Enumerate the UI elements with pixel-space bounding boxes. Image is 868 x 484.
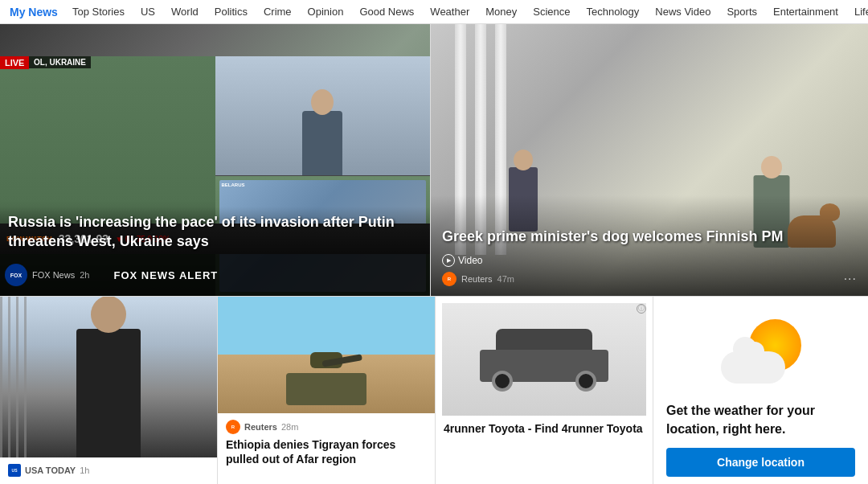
card2-reuters-logo: R — [226, 420, 240, 434]
fox-source-name: FOX News — [32, 270, 75, 280]
card2-title: Ethiopia denies Tigrayan forces pulled o… — [218, 437, 435, 473]
fox-logo-text: FOX — [10, 273, 22, 278]
ukraine-location-badge: OL, UKRAINE — [29, 56, 91, 68]
fox-logo: FOX — [5, 264, 27, 286]
story-background-left: BELARUS DOW WATCH 33,301.93 ▼ 61.75 0.19… — [0, 24, 430, 296]
fox-source-time: 2h — [80, 270, 89, 280]
cell-person-head — [91, 297, 126, 333]
card2-time: 28m — [281, 422, 298, 432]
bottom-row: US USA TODAY 1h R Reuters 28m Ethi — [0, 297, 868, 484]
weather-card: Get the weather for your location, right… — [653, 297, 868, 484]
nav-item-news-video[interactable]: News Video — [647, 0, 719, 23]
story-meta-right: R Reuters 47m — [442, 272, 857, 286]
usatoday-logo-text: US — [12, 468, 18, 473]
car-wheel-left — [492, 371, 513, 392]
pm2-head — [761, 156, 782, 178]
card1-meta: US USA TODAY 1h — [0, 457, 217, 480]
navigation-bar: My News Top Stories US World Politics Cr… — [0, 0, 868, 24]
featured-story-right[interactable]: Greek prime minister's dog welcomes Finn… — [431, 24, 868, 296]
map-label: BELARUS — [222, 183, 245, 187]
car-image-area — [442, 303, 646, 416]
card1-image — [0, 297, 217, 457]
car-wheel-right — [575, 371, 596, 392]
nav-item-crime[interactable]: Crime — [256, 0, 300, 23]
nav-item-world[interactable]: World — [163, 0, 207, 23]
nav-item-sports[interactable]: Sports — [719, 0, 765, 23]
story-background-right: Greek prime minister's dog welcomes Finn… — [431, 24, 868, 296]
usatoday-logo: US — [8, 464, 21, 477]
card1-time: 1h — [80, 466, 89, 475]
card2-meta: R Reuters 28m — [218, 413, 435, 437]
cell-person-body — [76, 329, 141, 457]
cell-bars — [0, 297, 32, 457]
ad-card: ⓘ 4runner Toyota - Find 4runner Toyota — [436, 297, 653, 484]
nav-item-top-stories[interactable]: Top Stories — [64, 0, 133, 23]
card2-image — [218, 297, 435, 413]
reuters-logo: R — [442, 272, 457, 286]
cloud-shape — [721, 351, 785, 384]
panel-anchor — [215, 56, 431, 176]
live-badge: LIVE — [0, 56, 29, 69]
top-stories-row: BELARUS DOW WATCH 33,301.93 ▼ 61.75 0.19… — [0, 24, 868, 297]
bottom-card-1[interactable]: US USA TODAY 1h — [0, 297, 217, 484]
anchor-head — [311, 89, 334, 115]
anchor-body — [302, 111, 342, 175]
story-source-left: FOX News 2h — [32, 270, 89, 280]
ad-badge: ⓘ — [637, 303, 646, 314]
ad-title: 4runner Toyota - Find 4runner Toyota — [442, 422, 646, 438]
nav-items-list: Top Stories US World Politics Crime Opin… — [64, 0, 868, 23]
tank-body — [286, 373, 366, 405]
brand-logo[interactable]: My News — [3, 6, 64, 18]
card2-reuters-text: R — [231, 425, 235, 429]
card2-source: Reuters — [244, 422, 277, 432]
reuters-time: 47m — [497, 274, 514, 284]
ad-info-icon: ⓘ — [637, 304, 646, 314]
story-title-left: Russia is 'increasing the pace' of its i… — [0, 207, 430, 254]
reuters-source-name: Reuters — [461, 274, 493, 284]
nav-item-opinion[interactable]: Opinion — [300, 0, 352, 23]
partly-cloudy-icon — [721, 319, 801, 384]
nav-item-science[interactable]: Science — [525, 0, 578, 23]
fox-alert-text: FOX NEWS ALERT — [113, 269, 218, 281]
featured-story-left[interactable]: BELARUS DOW WATCH 33,301.93 ▼ 61.75 0.19… — [0, 24, 430, 296]
nav-item-money[interactable]: Money — [477, 0, 525, 23]
story-title-right: Greek prime minister's dog welcomes Finn… — [442, 228, 857, 246]
bottom-card-ad[interactable]: ⓘ 4runner Toyota - Find 4runner Toyota — [436, 297, 653, 484]
nav-item-politics[interactable]: Politics — [207, 0, 256, 23]
nav-item-good-news[interactable]: Good News — [351, 0, 422, 23]
play-icon — [442, 254, 455, 267]
fox-alert-bar: FOX FOX News 2h FOX NEWS ALERT — [0, 254, 430, 296]
bottom-card-2[interactable]: R Reuters 28m Ethiopia denies Tigrayan f… — [218, 297, 435, 484]
video-label: Video — [458, 255, 482, 266]
more-options-right[interactable]: ··· — [844, 272, 857, 286]
change-location-button[interactable]: Change location — [666, 448, 855, 477]
video-badge: Video — [442, 254, 482, 267]
nav-item-us[interactable]: US — [133, 0, 163, 23]
story-overlay-right: Greek prime minister's dog welcomes Finn… — [431, 195, 868, 296]
pm1-head — [514, 150, 533, 170]
nav-item-technology[interactable]: Technology — [579, 0, 648, 23]
nav-item-lifestyle[interactable]: Lifestyle — [846, 0, 868, 23]
weather-description: Get the weather for your location, right… — [666, 402, 855, 438]
card1-source: USA TODAY — [25, 466, 76, 475]
reuters-logo-text: R — [448, 277, 451, 281]
nav-item-entertainment[interactable]: Entertainment — [765, 0, 846, 23]
weather-icon-area — [666, 310, 855, 392]
main-content: BELARUS DOW WATCH 33,301.93 ▼ 61.75 0.19… — [0, 24, 868, 484]
car-shape — [480, 327, 608, 392]
story-overlay-left: Russia is 'increasing the pace' of its i… — [0, 207, 430, 254]
nav-item-weather[interactable]: Weather — [422, 0, 477, 23]
bottom-card-weather: Get the weather for your location, right… — [653, 297, 868, 484]
